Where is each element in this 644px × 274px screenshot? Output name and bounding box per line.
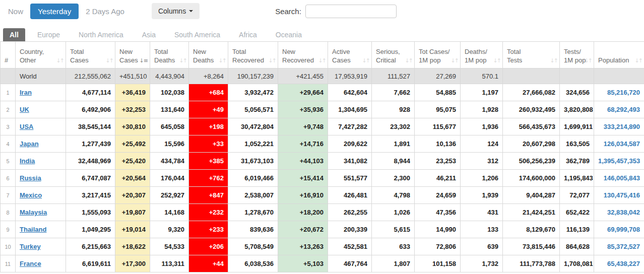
cell-new-recovered: +29,664 bbox=[278, 84, 328, 101]
cell-population[interactable]: 1,395,457,353 bbox=[594, 153, 644, 170]
cell-total-tests: 27,666,082 bbox=[503, 84, 560, 101]
time-button-2-days-ago[interactable]: 2 Days Ago bbox=[82, 4, 128, 19]
header-cell-serious-critical[interactable]: Serious,Critical↓↑ bbox=[372, 42, 415, 68]
cell-total-tests: 8,129,670 bbox=[503, 221, 560, 238]
cell-new-deaths: +8,264 bbox=[189, 68, 228, 84]
header-cell-tests-per-1m[interactable]: Tests/1M pop↓↑ bbox=[560, 42, 594, 68]
cell-tests-per-1m: 3,820,808 bbox=[560, 101, 594, 118]
country-link-india[interactable]: India bbox=[20, 157, 35, 165]
header-label: Total bbox=[232, 47, 274, 56]
cell-rank: 6 bbox=[1, 170, 16, 187]
tab-asia[interactable]: Asia bbox=[136, 28, 162, 41]
header-cell-population[interactable]: Population↓↑ bbox=[594, 42, 644, 68]
cell-population[interactable]: 85,372,527 bbox=[594, 238, 644, 255]
cell-serious-critical: 4,798 bbox=[372, 187, 415, 204]
header-cell-total-deaths[interactable]: TotalDeaths↓↑ bbox=[150, 42, 189, 68]
cell-population[interactable]: 32,838,042 bbox=[594, 204, 644, 221]
header-cell-new-deaths[interactable]: NewDeaths↓↑ bbox=[189, 42, 228, 68]
header-cell-cases-per-1m[interactable]: Tot Cases/1M pop↓↑ bbox=[415, 42, 461, 68]
cell-cases-per-1m: 95,075 bbox=[415, 101, 461, 118]
country-link-turkey[interactable]: Turkey bbox=[20, 243, 41, 250]
sort-icon: ↓↑ bbox=[318, 57, 326, 64]
search-input[interactable] bbox=[305, 5, 397, 18]
cell-serious-critical: 1,026 bbox=[372, 204, 415, 221]
cell-population[interactable]: 146,005,843 bbox=[594, 170, 644, 187]
cell-total-deaths: 102,038 bbox=[150, 84, 189, 101]
header-label: Cases bbox=[70, 56, 111, 64]
time-button-yesterday[interactable]: Yesterday bbox=[30, 4, 79, 19]
country-link-mexico[interactable]: Mexico bbox=[20, 191, 42, 199]
time-button-now[interactable]: Now bbox=[4, 4, 27, 19]
cell-rank: 11 bbox=[1, 255, 16, 272]
cell-new-recovered: +13,263 bbox=[278, 238, 328, 255]
cell-new-cases: +19,014 bbox=[115, 221, 150, 238]
cell-cases-per-1m: 24,659 bbox=[415, 187, 461, 204]
header-label: New bbox=[119, 47, 146, 56]
tab-europe[interactable]: Europe bbox=[31, 28, 67, 41]
cell-country: Iran bbox=[16, 84, 66, 101]
cell-deaths-per-1m: 124 bbox=[461, 135, 503, 153]
continent-tabs: AllEuropeNorth AmericaAsiaSouth AmericaA… bbox=[0, 28, 644, 41]
header-label: Recovered bbox=[232, 56, 274, 64]
cell-total-tests: 566,435,673 bbox=[503, 118, 560, 135]
cell-population[interactable]: 68,292,493 bbox=[594, 101, 644, 118]
cell-country: Thailand bbox=[16, 221, 66, 238]
header-label: New bbox=[193, 47, 224, 56]
cell-population[interactable]: 333,214,890 bbox=[594, 118, 644, 135]
country-link-russia[interactable]: Russia bbox=[20, 174, 41, 182]
country-link-usa[interactable]: USA bbox=[20, 123, 33, 130]
cell-rank: 7 bbox=[1, 187, 16, 204]
cell-tests-per-1m: 324,656 bbox=[560, 84, 594, 101]
country-link-thailand[interactable]: Thailand bbox=[20, 226, 46, 233]
header-label: New bbox=[282, 47, 324, 56]
cell-population[interactable]: 126,034,587 bbox=[594, 135, 644, 153]
cell-population[interactable]: 85,216,720 bbox=[594, 84, 644, 101]
cell-serious-critical: 2,300 bbox=[372, 170, 415, 187]
cell-tests-per-1m: 163,505 bbox=[560, 135, 594, 153]
country-link-malaysia[interactable]: Malaysia bbox=[20, 209, 47, 216]
header-cell-total-tests[interactable]: TotalTests↓↑ bbox=[503, 42, 560, 68]
cell-total-tests: 260,932,495 bbox=[503, 101, 560, 118]
cell-total-deaths: 131,640 bbox=[150, 101, 189, 118]
columns-dropdown-button[interactable]: Columns bbox=[152, 3, 200, 19]
country-link-iran[interactable]: Iran bbox=[20, 89, 32, 96]
header-cell-total-cases[interactable]: TotalCases↓↑ bbox=[66, 42, 115, 68]
header-cell-new-recovered[interactable]: NewRecovered↓↑ bbox=[278, 42, 328, 68]
country-link-japan[interactable]: Japan bbox=[20, 140, 39, 148]
cell-new-deaths: +847 bbox=[189, 187, 228, 204]
cell-new-recovered: +35,936 bbox=[278, 101, 328, 118]
cell-rank: 8 bbox=[1, 204, 16, 221]
cell-total-cases: 6,492,906 bbox=[66, 101, 115, 118]
cell-cases-per-1m: 10,136 bbox=[415, 135, 461, 153]
cell-cases-per-1m: 23,253 bbox=[415, 153, 461, 170]
tab-south-america[interactable]: South America bbox=[168, 28, 227, 41]
tab-oceania[interactable]: Oceania bbox=[269, 28, 308, 41]
cell-population[interactable]: 130,475,416 bbox=[594, 187, 644, 204]
header-cell-deaths-per-1m[interactable]: Deaths/1M pop↓↑ bbox=[461, 42, 503, 68]
country-row: 7Mexico3,217,415+20,307252,927+8472,538,… bbox=[1, 187, 644, 204]
country-link-france[interactable]: France bbox=[20, 260, 41, 267]
sort-icon: ↓↑ bbox=[219, 57, 226, 64]
cell-population[interactable]: 65,438,227 bbox=[594, 255, 644, 272]
header-cell-country[interactable]: Country,Other↓↑ bbox=[16, 42, 66, 68]
header-label: Other bbox=[20, 56, 61, 64]
cell-population[interactable]: 69,999,708 bbox=[594, 221, 644, 238]
header-cell-new-cases[interactable]: NewCases↓≡ bbox=[115, 42, 150, 68]
toolbar: NowYesterday2 Days Ago Columns Search: bbox=[0, 0, 644, 22]
cell-total-cases: 6,619,611 bbox=[66, 255, 115, 272]
country-link-uk[interactable]: UK bbox=[20, 106, 29, 113]
tab-north-america[interactable]: North America bbox=[72, 28, 130, 41]
header-label: Total bbox=[154, 47, 184, 56]
header-cell-total-recovered[interactable]: TotalRecovered↓↑ bbox=[228, 42, 278, 68]
tab-all[interactable]: All bbox=[3, 28, 25, 41]
header-label: Active bbox=[332, 47, 367, 56]
cell-new-cases: +451,510 bbox=[115, 68, 150, 84]
cell-total-cases: 38,545,144 bbox=[66, 118, 115, 135]
tab-africa[interactable]: Africa bbox=[232, 28, 264, 41]
cell-total-tests bbox=[503, 68, 560, 84]
header-cell-active-cases[interactable]: ActiveCases↓↑ bbox=[328, 42, 372, 68]
sort-icon: ↓↑ bbox=[179, 57, 186, 64]
cell-total-recovered: 1,278,670 bbox=[228, 204, 278, 221]
cell-total-cases: 1,049,295 bbox=[66, 221, 115, 238]
cell-new-deaths: +385 bbox=[189, 153, 228, 170]
